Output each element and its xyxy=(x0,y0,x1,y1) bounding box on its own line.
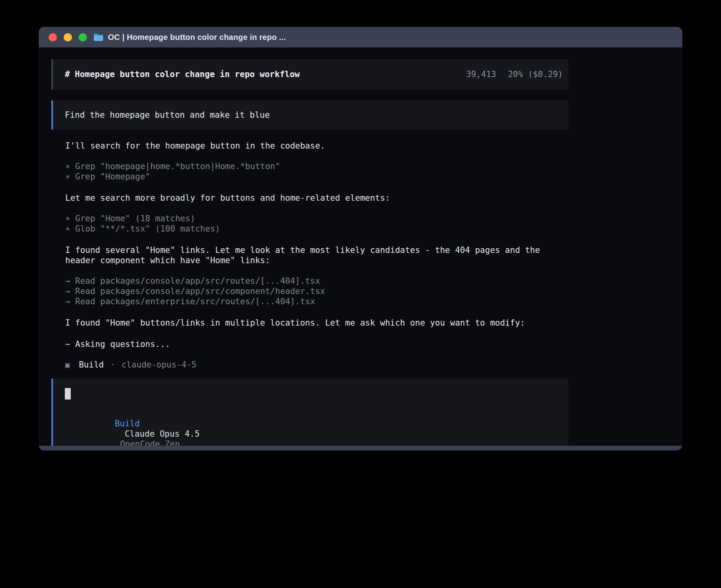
close-window-button[interactable] xyxy=(49,33,57,41)
asking-status-line: ~ Asking questions... xyxy=(65,339,568,349)
assistant-text-intro: I'll search for the homepage button in t… xyxy=(65,141,568,151)
model-info-row: Build Claude Opus 4.5 OpenCode Zen xyxy=(65,408,557,446)
tool-call-grep: ∗ Grep "homepage|home.*button|Home.*butt… xyxy=(65,161,568,172)
agent-name: Build xyxy=(79,360,104,370)
tool-call-group: → Read packages/console/app/src/routes/[… xyxy=(65,276,568,307)
agent-mode-label[interactable]: Build xyxy=(115,419,140,428)
session-title: # Homepage button color change in repo w… xyxy=(65,69,300,79)
context-cost: 20% ($0.29) xyxy=(508,70,563,79)
tool-call-group: ∗ Grep "Home" (18 matches) ∗ Glob "**/*.… xyxy=(65,213,568,234)
model-provider: OpenCode Zen xyxy=(120,439,180,446)
terminal-content: # Homepage button color change in repo w… xyxy=(39,47,682,446)
window-title-group: OC | Homepage button color change in rep… xyxy=(93,33,286,42)
tool-call-group: ∗ Grep "homepage|home.*button|Home.*butt… xyxy=(65,161,568,182)
prompt-input[interactable]: Build Claude Opus 4.5 OpenCode Zen xyxy=(51,379,568,446)
tool-call-glob: ∗ Glob "**/*.tsx" (100 matches) xyxy=(65,224,568,234)
agent-icon: ▣ xyxy=(65,360,70,370)
session-stats: 39,41320% ($0.29) xyxy=(466,69,563,79)
user-message: Find the homepage button and make it blu… xyxy=(51,100,568,130)
token-count: 39,413 xyxy=(466,70,496,79)
model-name: Claude Opus 4.5 xyxy=(125,429,200,439)
assistant-text-found: I found several "Home" links. Let me loo… xyxy=(65,245,568,266)
zoom-window-button[interactable] xyxy=(79,33,87,41)
tool-call-read: → Read packages/console/app/src/componen… xyxy=(65,286,568,296)
session-header: # Homepage button color change in repo w… xyxy=(51,59,568,90)
user-message-text: Find the homepage button and make it blu… xyxy=(65,110,270,120)
agent-separator: · xyxy=(110,360,115,370)
assistant-text-ask: I found "Home" buttons/links in multiple… xyxy=(65,318,568,328)
tool-call-read: → Read packages/console/app/src/routes/[… xyxy=(65,276,568,286)
text-cursor xyxy=(65,388,71,400)
folder-icon xyxy=(93,33,104,41)
agent-model: claude-opus-4-5 xyxy=(121,360,196,370)
agent-summary-line: ▣ Build · claude-opus-4-5 xyxy=(65,360,568,370)
assistant-text-broaden: Let me search more broadly for buttons a… xyxy=(65,193,568,203)
tool-call-read: → Read packages/enterprise/src/routes/[.… xyxy=(65,296,568,307)
tool-call-grep: ∗ Grep "Homepage" xyxy=(65,172,568,182)
minimize-window-button[interactable] xyxy=(64,33,72,41)
window-title: OC | Homepage button color change in rep… xyxy=(108,33,286,42)
window-controls xyxy=(49,33,87,41)
tool-call-grep: ∗ Grep "Home" (18 matches) xyxy=(65,213,568,224)
terminal-window: OC | Homepage button color change in rep… xyxy=(39,27,682,450)
window-titlebar[interactable]: OC | Homepage button color change in rep… xyxy=(39,27,682,47)
